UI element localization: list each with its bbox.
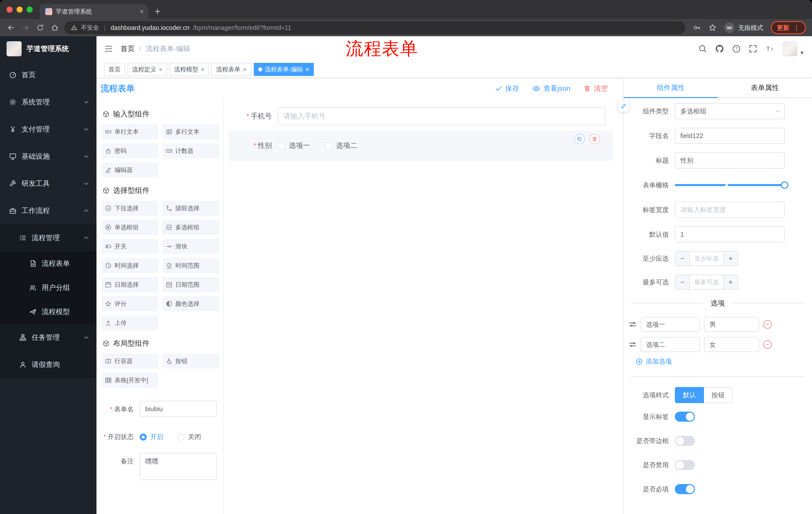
sidebar-item-infrastructure[interactable]: 基础设施 xyxy=(0,143,96,170)
add-option-button[interactable]: 添加选项 xyxy=(636,357,812,366)
zoom-window-button[interactable] xyxy=(27,6,33,12)
address-bar[interactable]: 不安全 | dashboard.yudao.iocoder.cn/bpm/man… xyxy=(64,21,685,34)
label-width-input[interactable] xyxy=(675,202,785,218)
sidebar-item-home[interactable]: 首页 xyxy=(0,61,96,88)
clear-button[interactable]: 清空 xyxy=(583,84,608,93)
user-menu[interactable]: ▼ xyxy=(782,41,805,56)
palette-item-single-line-text[interactable]: 单行文本 xyxy=(102,124,158,139)
forward-button[interactable] xyxy=(21,24,31,32)
back-button[interactable] xyxy=(6,24,16,32)
tag-process-form[interactable]: 流程表单 × xyxy=(211,63,251,76)
remove-option-button[interactable]: − xyxy=(763,320,772,329)
form-remark-textarea[interactable]: 嘿嘿 xyxy=(140,453,217,480)
increase-button[interactable]: + xyxy=(723,275,737,289)
palette-item-time-range[interactable]: 时间范围 xyxy=(162,258,219,273)
tab-form-props[interactable]: 表单属性 xyxy=(718,78,812,98)
palette-item-button[interactable]: 按钮 xyxy=(162,354,219,369)
form-name-input[interactable] xyxy=(140,401,217,417)
gender-option-2-checkbox[interactable]: 选项二 xyxy=(325,141,357,151)
save-button[interactable]: 保存 xyxy=(495,84,519,93)
default-value-input[interactable] xyxy=(675,226,785,242)
sidebar-item-process-mgmt[interactable]: 流程管理 xyxy=(0,224,96,251)
browser-tab[interactable]: 芋道管理系统 × xyxy=(40,4,148,19)
palette-item-editor[interactable]: 编辑器 xyxy=(102,162,158,178)
palette-item-multi-line-text[interactable]: 多行文本 xyxy=(162,124,219,139)
close-window-button[interactable] xyxy=(6,6,12,12)
form-grid-slider[interactable] xyxy=(675,177,785,193)
decrease-button[interactable]: − xyxy=(675,251,690,266)
home-button[interactable] xyxy=(50,24,60,32)
canvas-selected-component[interactable]: 性别 选项一 选项二 xyxy=(229,130,613,161)
status-on-radio[interactable]: 开启 xyxy=(140,433,163,441)
slider-handle[interactable] xyxy=(781,181,788,189)
remove-option-button[interactable]: − xyxy=(763,340,772,349)
sidebar-item-workflow[interactable]: 工作流程 xyxy=(0,197,96,224)
palette-item-date-picker[interactable]: 日期选择 xyxy=(102,277,158,292)
palette-item-slider[interactable]: 滑块 xyxy=(162,239,219,254)
palette-item-switch[interactable]: 开关 xyxy=(102,239,158,254)
palette-item-password[interactable]: 密码 xyxy=(102,143,158,158)
palette-item-checkbox-group[interactable]: 多选框组 xyxy=(162,220,219,235)
palette-item-counter[interactable]: 123 计数器 xyxy=(162,143,219,158)
tab-component-props[interactable]: 组件属性 xyxy=(624,78,718,98)
tag-close-icon[interactable]: × xyxy=(201,66,204,73)
bookmark-star-button[interactable] xyxy=(708,24,717,32)
palette-item-select[interactable]: 下拉选择 xyxy=(102,201,158,216)
sidebar-item-leave-query[interactable]: 请假查询 xyxy=(0,351,96,378)
link-button[interactable] xyxy=(618,101,629,112)
option-name-input[interactable] xyxy=(641,337,700,352)
option-value-input[interactable] xyxy=(704,337,759,352)
option-name-input[interactable] xyxy=(641,317,700,332)
slider-track[interactable] xyxy=(675,184,785,186)
reload-button[interactable] xyxy=(35,24,45,31)
palette-item-table[interactable]: 表格[开发中] xyxy=(102,373,158,388)
delete-component-button[interactable] xyxy=(589,134,600,144)
drag-handle-icon[interactable] xyxy=(629,341,637,349)
tag-process-model[interactable]: 流程模型 × xyxy=(170,63,209,76)
sidebar-item-user-group[interactable]: 用户分组 xyxy=(0,276,96,300)
font-size-button[interactable]: TT xyxy=(765,45,774,53)
incognito-indicator[interactable]: 无痕模式 xyxy=(724,22,763,33)
tag-close-icon[interactable]: × xyxy=(159,66,163,73)
github-button[interactable] xyxy=(715,44,724,53)
help-button[interactable]: ? xyxy=(732,45,741,53)
breadcrumb-home[interactable]: 首页 xyxy=(121,44,135,54)
decrease-button[interactable]: − xyxy=(675,275,690,289)
palette-item-time-picker[interactable]: 时间选择 xyxy=(102,258,158,273)
tag-process-definition[interactable]: 流程定义 × xyxy=(127,63,167,76)
sidebar-item-system-mgmt[interactable]: 系统管理 xyxy=(0,88,96,116)
avatar[interactable] xyxy=(782,41,798,56)
sidebar-item-process-model[interactable]: 流程模型 xyxy=(0,300,96,324)
minimize-window-button[interactable] xyxy=(17,6,23,12)
status-off-radio[interactable]: 关闭 xyxy=(177,433,201,441)
fullscreen-button[interactable] xyxy=(749,45,757,53)
style-button-button[interactable]: 按钮 xyxy=(704,387,733,403)
min-select-value[interactable]: 至少应选 xyxy=(690,251,723,266)
tag-home[interactable]: 首页 xyxy=(104,63,125,76)
palette-item-upload[interactable]: 上传 xyxy=(102,315,158,330)
palette-item-rate[interactable]: 评分 xyxy=(102,296,158,311)
phone-input[interactable] xyxy=(278,107,606,125)
title-input[interactable] xyxy=(675,153,785,168)
sidebar-toggle-button[interactable] xyxy=(104,44,113,53)
border-switch[interactable] xyxy=(675,436,695,446)
sidebar-item-dev-tools[interactable]: 研发工具 xyxy=(0,170,96,197)
sidebar-item-process-form[interactable]: 流程表单 xyxy=(0,251,96,276)
increase-button[interactable]: + xyxy=(723,251,737,266)
option-value-input[interactable] xyxy=(704,317,759,332)
max-select-value[interactable]: 最多可选 xyxy=(690,275,723,289)
tag-process-form-edit[interactable]: 流程表单-编辑 × xyxy=(254,63,314,76)
palette-item-date-range[interactable]: 日期范围 xyxy=(162,277,219,292)
field-name-input[interactable] xyxy=(675,128,785,144)
canvas-field-phone[interactable]: 手机号 xyxy=(229,107,606,125)
copy-component-button[interactable] xyxy=(574,134,585,144)
disabled-switch[interactable] xyxy=(675,460,695,470)
sidebar-item-task-mgmt[interactable]: 任务管理 xyxy=(0,324,96,351)
browser-update-button[interactable]: 更新 ⋮ xyxy=(771,21,806,34)
tab-close-icon[interactable]: × xyxy=(140,8,144,15)
style-default-button[interactable]: 默认 xyxy=(675,387,704,403)
component-type-select[interactable] xyxy=(675,103,785,119)
tag-close-icon[interactable]: × xyxy=(243,66,246,73)
gender-option-1-checkbox[interactable]: 选项一 xyxy=(278,141,310,151)
palette-item-row-container[interactable]: 行容器 xyxy=(102,354,158,369)
